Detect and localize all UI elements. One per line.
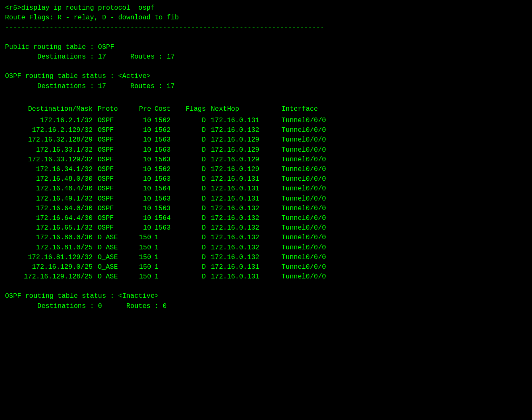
route-proto: O_ASE [98, 243, 131, 253]
route-proto: OSPF [98, 204, 131, 214]
route-interface: Tunnel0/0/0 [277, 116, 344, 126]
table-row: 172.16.33.1/32 OSPF 10 1563 D 172.16.0.1… [5, 145, 527, 155]
route-interface: Tunnel0/0/0 [277, 174, 344, 184]
active-status-header: OSPF routing table status : <Active> [5, 72, 527, 81]
route-dest: 172.16.129.128/25 [5, 272, 98, 282]
route-interface: Tunnel0/0/0 [277, 194, 344, 204]
route-dest: 172.16.2.129/32 [5, 126, 98, 135]
route-interface: Tunnel0/0/0 [277, 243, 344, 253]
route-nexthop: 172.16.0.131 [209, 194, 277, 204]
route-flags: D [184, 145, 209, 155]
route-flags: D [184, 204, 209, 214]
table-row: 172.16.49.1/32 OSPF 10 1563 D 172.16.0.1… [5, 194, 527, 204]
route-dest: 172.16.32.128/29 [5, 135, 98, 145]
route-nexthop: 172.16.0.131 [209, 262, 277, 272]
route-flags: D [184, 214, 209, 223]
route-flags: D [184, 223, 209, 233]
route-proto: OSPF [98, 174, 131, 184]
table-row: 172.16.34.1/32 OSPF 10 1562 D 172.16.0.1… [5, 165, 527, 174]
route-dest: 172.16.81.129/32 [5, 253, 98, 262]
route-flags: D [184, 253, 209, 262]
route-interface: Tunnel0/0/0 [277, 223, 344, 233]
route-cost: 1 [154, 253, 184, 262]
route-pre: 10 [131, 165, 154, 174]
header-proto: Proto [98, 104, 131, 114]
route-cost: 1564 [154, 214, 184, 223]
route-cost: 1562 [154, 116, 184, 126]
header-cost: Cost [154, 104, 184, 114]
route-nexthop: 172.16.0.131 [209, 116, 277, 126]
route-flags: D [184, 272, 209, 282]
route-pre: 150 [131, 262, 154, 272]
route-nexthop: 172.16.0.132 [209, 214, 277, 223]
route-dest: 172.16.33.1/32 [5, 145, 98, 155]
active-status-stats: Destinations : 17 Routes : 17 [5, 82, 527, 91]
route-proto: OSPF [98, 223, 131, 233]
route-dest: 172.16.64.4/30 [5, 214, 98, 223]
route-flags: D [184, 262, 209, 272]
route-nexthop: 172.16.0.132 [209, 126, 277, 135]
route-interface: Tunnel0/0/0 [277, 126, 344, 135]
table-row: 172.16.129.128/25 O_ASE 150 1 D 172.16.0… [5, 272, 527, 282]
route-pre: 10 [131, 174, 154, 184]
route-cost: 1 [154, 233, 184, 243]
route-flags: D [184, 184, 209, 194]
header-interface: Interface [277, 104, 344, 114]
route-proto: OSPF [98, 126, 131, 135]
table-row: 172.16.32.128/29 OSPF 10 1563 D 172.16.0… [5, 135, 527, 145]
route-nexthop: 172.16.0.129 [209, 135, 277, 145]
route-cost: 1563 [154, 204, 184, 214]
table-row: 172.16.64.0/30 OSPF 10 1563 D 172.16.0.1… [5, 204, 527, 214]
flags-line: Route Flags: R - relay, D - download to … [5, 13, 527, 23]
route-dest: 172.16.65.1/32 [5, 223, 98, 233]
route-proto: OSPF [98, 155, 131, 165]
route-dest: 172.16.129.0/25 [5, 262, 98, 272]
route-cost: 1 [154, 272, 184, 282]
table-row: 172.16.48.0/30 OSPF 10 1563 D 172.16.0.1… [5, 174, 527, 184]
table-row: 172.16.65.1/32 OSPF 10 1563 D 172.16.0.1… [5, 223, 527, 233]
route-cost: 1562 [154, 126, 184, 135]
inactive-status-stats: Destinations : 0 Routes : 0 [5, 302, 527, 311]
route-proto: O_ASE [98, 233, 131, 243]
route-proto: OSPF [98, 214, 131, 223]
route-interface: Tunnel0/0/0 [277, 253, 344, 262]
terminal: <r5>display ip routing protocol ospf Rou… [5, 3, 527, 311]
route-pre: 10 [131, 145, 154, 155]
route-pre: 10 [131, 116, 154, 126]
prompt-line: <r5>display ip routing protocol ospf [5, 3, 527, 13]
inactive-status-header: OSPF routing table status : <Inactive> [5, 292, 527, 301]
route-interface: Tunnel0/0/0 [277, 262, 344, 272]
route-dest: 172.16.64.0/30 [5, 204, 98, 214]
public-table-header: Public routing table : OSPF [5, 43, 527, 52]
route-pre: 10 [131, 214, 154, 223]
header-flags: Flags [184, 104, 209, 114]
route-flags: D [184, 194, 209, 204]
route-pre: 150 [131, 272, 154, 282]
routing-table: Destination/Mask Proto Pre Cost Flags Ne… [5, 104, 527, 282]
route-nexthop: 172.16.0.132 [209, 204, 277, 214]
table-row: 172.16.81.0/25 O_ASE 150 1 D 172.16.0.13… [5, 243, 527, 253]
route-flags: D [184, 165, 209, 174]
table-row: 172.16.2.129/32 OSPF 10 1562 D 172.16.0.… [5, 126, 527, 135]
route-cost: 1563 [154, 135, 184, 145]
route-nexthop: 172.16.0.129 [209, 165, 277, 174]
route-interface: Tunnel0/0/0 [277, 145, 344, 155]
route-interface: Tunnel0/0/0 [277, 204, 344, 214]
route-pre: 10 [131, 223, 154, 233]
route-flags: D [184, 135, 209, 145]
route-nexthop: 172.16.0.129 [209, 155, 277, 165]
route-proto: OSPF [98, 184, 131, 194]
route-interface: Tunnel0/0/0 [277, 155, 344, 165]
route-proto: OSPF [98, 135, 131, 145]
route-cost: 1563 [154, 174, 184, 184]
route-dest: 172.16.80.0/30 [5, 233, 98, 243]
route-nexthop: 172.16.0.129 [209, 145, 277, 155]
route-pre: 150 [131, 253, 154, 262]
route-interface: Tunnel0/0/0 [277, 214, 344, 223]
table-row: 172.16.80.0/30 O_ASE 150 1 D 172.16.0.13… [5, 233, 527, 243]
route-nexthop: 172.16.0.132 [209, 253, 277, 262]
route-proto: O_ASE [98, 262, 131, 272]
route-nexthop: 172.16.0.131 [209, 272, 277, 282]
route-pre: 10 [131, 155, 154, 165]
route-pre: 150 [131, 233, 154, 243]
